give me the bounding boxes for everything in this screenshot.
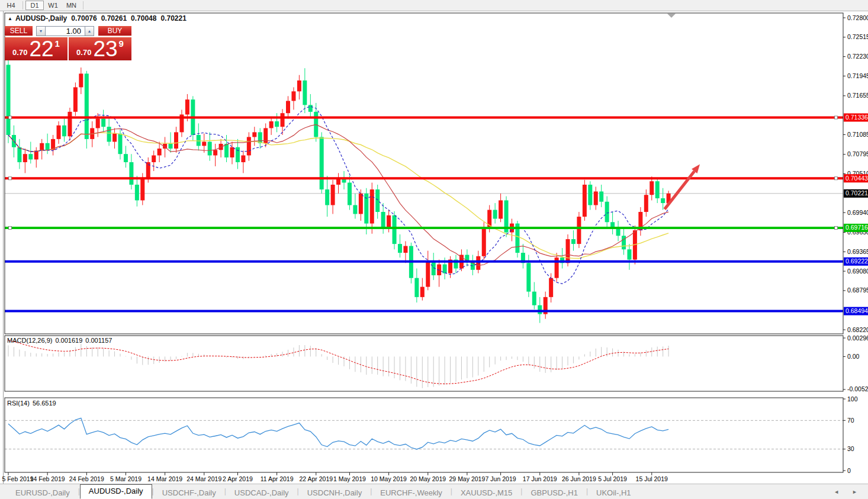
sell-button[interactable]: SELL xyxy=(5,26,33,36)
price-tick-label: 0.69940 xyxy=(847,209,868,216)
candle xyxy=(219,144,223,150)
candle xyxy=(549,278,553,297)
timeframe-button-h4[interactable]: H4 xyxy=(2,1,20,10)
tabs-scroll-controls: ◄► xyxy=(821,489,857,495)
candle xyxy=(236,147,240,162)
candle xyxy=(275,121,279,127)
candle xyxy=(622,236,626,249)
candle xyxy=(454,260,458,269)
tab-ukoil-h1[interactable]: UKOil-,H1 xyxy=(588,487,639,499)
tabs-scroll-right-button[interactable]: ► xyxy=(852,489,857,495)
tab-eurchf-weekly[interactable]: EURCHF-,Weekly xyxy=(372,487,451,499)
svg-text:0.69222: 0.69222 xyxy=(846,257,868,265)
chart-shift-marker[interactable] xyxy=(667,14,676,18)
candle xyxy=(308,105,313,112)
line-handle[interactable] xyxy=(835,116,838,119)
timeframe-button-w1[interactable]: W1 xyxy=(44,1,62,10)
tab-usdchf-daily[interactable]: USDCHF-,Daily xyxy=(154,487,224,499)
tab-xauusd-m15[interactable]: XAUUSD-,M15 xyxy=(452,487,520,499)
candle xyxy=(555,257,559,278)
line-handle[interactable] xyxy=(835,226,838,229)
candle xyxy=(146,162,150,178)
candle xyxy=(583,185,587,217)
tab-usdcad-daily[interactable]: USDCAD-,Daily xyxy=(226,487,297,499)
candle xyxy=(375,189,380,212)
candle xyxy=(398,244,402,253)
date-tick-label: 10 May 2019 xyxy=(371,475,407,482)
candle xyxy=(241,156,245,163)
candle xyxy=(353,205,357,214)
date-tick-label: 24 Mar 2019 xyxy=(187,475,221,482)
tab-audusd-daily[interactable]: AUDUSD-,Daily xyxy=(80,484,152,499)
candle xyxy=(12,135,16,147)
candle xyxy=(7,65,11,135)
sell-price-main: 22 xyxy=(29,39,53,59)
candle xyxy=(420,287,425,297)
line-handle[interactable] xyxy=(835,177,838,180)
date-tick-label: 5 Jul 2019 xyxy=(598,475,627,482)
chart-canvas[interactable]: 0.728000.725150.722300.719450.716550.710… xyxy=(0,0,868,499)
candle xyxy=(426,262,430,287)
candle xyxy=(135,185,139,200)
candle xyxy=(118,134,123,154)
price-tick-label: 0.69365 xyxy=(847,248,868,255)
price-tick-label: 0.72515 xyxy=(847,33,868,40)
line-handle[interactable] xyxy=(9,177,12,180)
price-tick-label: 0.69650 xyxy=(847,228,868,236)
candle xyxy=(163,144,167,149)
candle xyxy=(291,91,295,101)
candle xyxy=(459,255,464,269)
candle xyxy=(85,73,89,139)
candle xyxy=(448,260,452,273)
tab-gbpusd-h1[interactable]: GBPUSD-,H1 xyxy=(522,487,586,499)
hline-price-label: 0.71336 xyxy=(844,114,868,122)
current-price-label: 0.70221 xyxy=(844,189,868,198)
tabs-scroll-left-button[interactable]: ◄ xyxy=(834,489,839,495)
svg-text:0.70221: 0.70221 xyxy=(846,189,868,197)
ma-mid-line xyxy=(8,124,668,265)
candle xyxy=(667,194,671,204)
candle xyxy=(493,210,497,219)
macd-signal-value: 0.001157 xyxy=(85,337,112,344)
hline-price-label: 0.69716 xyxy=(844,224,868,232)
candle xyxy=(107,127,111,141)
rsi-axis-label: 30 xyxy=(847,445,854,452)
date-tick-label: 5 Feb 2019 xyxy=(2,475,33,482)
price-tick-label: 0.70510 xyxy=(847,170,868,177)
buy-button[interactable]: BUY xyxy=(98,26,131,36)
price-tick-label: 0.68220 xyxy=(847,326,868,333)
tab-usdcnh-daily[interactable]: USDCNH-,Daily xyxy=(299,487,370,499)
volume-decrease-button[interactable]: ▼ xyxy=(36,26,46,36)
candle xyxy=(510,224,514,233)
line-handle[interactable] xyxy=(9,116,12,119)
candle xyxy=(588,185,592,205)
buy-price-button[interactable]: 0.70 23 9 xyxy=(69,37,131,60)
macd-axis-label: -0.005255 xyxy=(847,385,868,392)
tab-eurusd-daily[interactable]: EURUSD-,Daily xyxy=(7,487,78,499)
rsi-axis-label: 70 xyxy=(847,417,854,424)
candle xyxy=(342,178,346,182)
date-tick-label: 22 Apr 2019 xyxy=(299,475,333,482)
macd-axis-label: 0.002962 xyxy=(847,334,868,342)
price-tick-label: 0.71945 xyxy=(847,72,868,79)
rsi-layer xyxy=(5,418,843,449)
candle xyxy=(152,156,156,163)
date-tick-label: 11 Apr 2019 xyxy=(261,475,294,482)
macd-axis-label: 0.00 xyxy=(847,353,860,360)
timeframe-button-mn[interactable]: MN xyxy=(62,1,81,10)
candle xyxy=(297,81,301,91)
svg-text:0.68494: 0.68494 xyxy=(846,307,868,314)
candle xyxy=(432,262,436,275)
date-tick-label: 7 Jun 2019 xyxy=(486,475,516,482)
candle xyxy=(610,222,615,229)
volume-increase-button[interactable]: ▲ xyxy=(85,26,94,36)
volume-input[interactable] xyxy=(46,26,85,36)
sell-price-button[interactable]: 0.70 22 1 xyxy=(5,37,67,60)
timeframe-button-d1[interactable]: D1 xyxy=(25,1,44,10)
candle xyxy=(560,257,564,263)
price-tick-label: 0.70795 xyxy=(847,150,868,157)
trend-arrow[interactable] xyxy=(664,164,700,209)
line-handle[interactable] xyxy=(9,226,12,229)
candle xyxy=(650,181,654,195)
ohlc-close: 0.70221 xyxy=(160,14,186,22)
